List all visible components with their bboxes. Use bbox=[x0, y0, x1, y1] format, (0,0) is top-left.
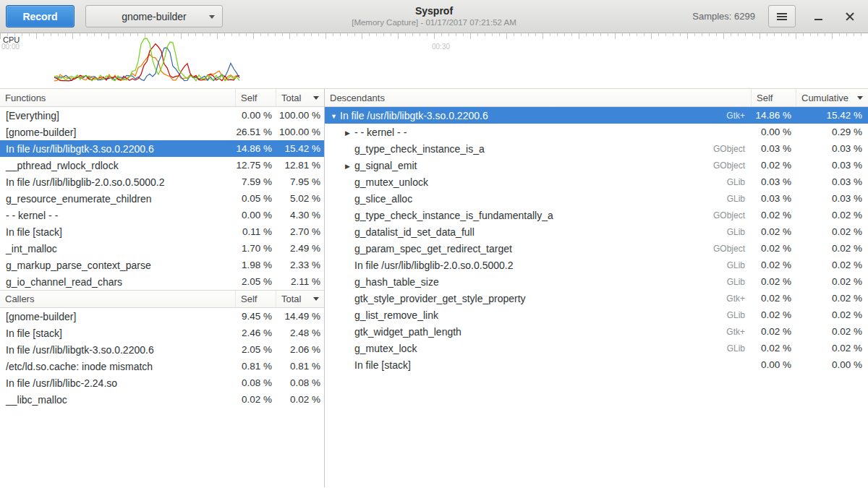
descendants-column-header[interactable]: Descendants bbox=[325, 89, 751, 106]
self-value-cell: 1.98 % bbox=[235, 260, 276, 270]
table-row[interactable]: In file /usr/lib/libglib-2.0.so.0.5000.2… bbox=[0, 174, 324, 190]
self-column-header[interactable]: Self bbox=[235, 89, 276, 106]
table-row[interactable]: In file /usr/lib/libglib-2.0.so.0.5000.2… bbox=[325, 257, 868, 273]
record-button[interactable]: Record bbox=[6, 5, 75, 27]
functions-column-header[interactable]: Functions bbox=[0, 89, 235, 106]
function-name-cell: In file /usr/lib/libglib-2.0.so.0.5000.2 bbox=[0, 176, 235, 188]
right-pane: Descendants Self Cumulative ▼In file /us… bbox=[325, 89, 868, 487]
function-name-cell: In file [stack] bbox=[325, 359, 700, 371]
table-row[interactable]: In file /usr/lib/libc-2.24.so0.08 %0.08 … bbox=[0, 374, 324, 391]
total-value-cell: 2.70 % bbox=[276, 226, 324, 237]
function-name-label: gtk_style_provider_get_style_property bbox=[354, 293, 526, 304]
table-row[interactable]: ▼In file /usr/lib/libgtk-3.so.0.2200.6Gt… bbox=[325, 107, 868, 124]
table-row[interactable]: gtk_style_provider_get_style_propertyGtk… bbox=[325, 290, 868, 307]
table-row[interactable]: In file [stack]2.46 %2.48 % bbox=[0, 325, 324, 341]
total-column-header[interactable]: Total bbox=[276, 291, 324, 307]
callers-table-header: Callers Self Total bbox=[0, 290, 324, 308]
process-selector-dropdown[interactable]: gnome-builder bbox=[85, 5, 223, 27]
table-row[interactable]: In file [stack]0.11 %2.70 % bbox=[0, 223, 324, 240]
function-name-label: In file /usr/lib/libgtk-3.so.0.2200.6 bbox=[340, 110, 488, 121]
self-value-cell: 0.05 % bbox=[235, 193, 276, 204]
total-column-header[interactable]: Total bbox=[276, 89, 324, 106]
table-row[interactable]: g_markup_parse_context_parse1.98 %2.33 % bbox=[0, 257, 324, 273]
library-category-label: GLib bbox=[700, 194, 751, 204]
self-value-cell: 0.02 % bbox=[751, 309, 796, 320]
table-row[interactable]: [gnome-builder]26.51 %100.00 % bbox=[0, 124, 324, 140]
self-column-header[interactable]: Self bbox=[751, 89, 796, 106]
function-name-label: g_hash_table_size bbox=[354, 276, 439, 288]
total-value-cell: 100.00 % bbox=[276, 127, 324, 137]
self-column-header[interactable]: Self bbox=[235, 291, 276, 307]
expander-collapsed-icon[interactable]: ▶ bbox=[345, 129, 354, 137]
table-row[interactable]: - - kernel - -0.00 %4.30 % bbox=[0, 207, 324, 223]
function-name-cell: g_mutex_lock bbox=[325, 343, 700, 354]
cumulative-value-cell: 0.02 % bbox=[796, 210, 868, 221]
table-row[interactable]: gtk_widget_path_lengthGtk+0.02 %0.02 % bbox=[325, 323, 868, 340]
sort-descending-icon bbox=[857, 96, 863, 100]
function-name-cell: In file /usr/lib/libglib-2.0.so.0.5000.2 bbox=[325, 260, 700, 271]
function-name-cell: g_io_channel_read_chars bbox=[0, 276, 235, 288]
self-value-cell: 0.02 % bbox=[751, 326, 796, 337]
function-name-label: g_signal_emit bbox=[354, 160, 417, 171]
self-value-cell: 0.03 % bbox=[751, 176, 796, 187]
table-row[interactable]: [gnome-builder]9.45 %14.49 % bbox=[0, 308, 324, 325]
total-value-cell: 2.11 % bbox=[276, 276, 324, 287]
table-row[interactable]: ▶g_signal_emitGObject0.02 %0.03 % bbox=[325, 157, 868, 174]
total-value-cell: 2.49 % bbox=[276, 243, 324, 254]
table-row[interactable]: g_list_remove_linkGLib0.02 %0.02 % bbox=[325, 307, 868, 323]
header-bar: Record gnome-builder Sysprof [Memory Cap… bbox=[0, 0, 868, 33]
function-name-cell: In file /usr/lib/libgtk-3.so.0.2200.6 bbox=[0, 344, 235, 356]
menu-button[interactable] bbox=[768, 5, 796, 27]
table-row[interactable]: [Everything]0.00 %100.00 % bbox=[0, 107, 324, 124]
self-value-cell: 0.02 % bbox=[751, 226, 796, 237]
expander-expanded-icon[interactable]: ▼ bbox=[331, 113, 340, 120]
close-button[interactable] bbox=[839, 5, 861, 27]
cumulative-value-cell: 0.02 % bbox=[796, 326, 868, 337]
table-row[interactable]: In file [stack]0.00 %0.00 % bbox=[325, 356, 868, 373]
table-row[interactable]: __libc_malloc0.02 %0.02 % bbox=[0, 391, 324, 408]
function-name-label: - - kernel - - bbox=[354, 127, 407, 138]
cumulative-column-header[interactable]: Cumulative bbox=[796, 89, 868, 106]
function-name-label: In file [stack] bbox=[354, 359, 411, 371]
self-value-cell: 0.03 % bbox=[751, 143, 796, 154]
cumulative-value-cell: 0.02 % bbox=[796, 309, 868, 320]
table-row[interactable]: __pthread_rwlock_rdlock12.75 %12.81 % bbox=[0, 157, 324, 174]
total-value-cell: 100.00 % bbox=[276, 110, 324, 121]
table-row[interactable]: In file /usr/lib/libgtk-3.so.0.2200.62.0… bbox=[0, 341, 324, 358]
total-value-cell: 0.08 % bbox=[276, 377, 324, 388]
table-row[interactable]: g_mutex_lockGLib0.02 %0.02 % bbox=[325, 340, 868, 356]
self-value-cell: 2.46 % bbox=[235, 328, 276, 338]
function-name-cell: g_resource_enumerate_children bbox=[0, 193, 235, 205]
expander-collapsed-icon[interactable]: ▶ bbox=[345, 163, 354, 170]
window-subtitle: [Memory Capture] - 01/17/2017 07:21:52 A… bbox=[145, 18, 723, 27]
table-row[interactable]: g_type_check_instance_is_aGObject0.03 %0… bbox=[325, 140, 868, 157]
table-row[interactable]: g_datalist_id_set_data_fullGLib0.02 %0.0… bbox=[325, 223, 868, 240]
table-row[interactable]: g_param_spec_get_redirect_targetGObject0… bbox=[325, 240, 868, 257]
library-category-label: GLib bbox=[700, 227, 751, 237]
table-row[interactable]: _int_malloc1.70 %2.49 % bbox=[0, 240, 324, 257]
table-row[interactable]: ▶- - kernel - -0.00 %0.29 % bbox=[325, 124, 868, 140]
cpu-line-red bbox=[54, 44, 239, 81]
minimize-button[interactable] bbox=[807, 5, 829, 27]
cumulative-value-cell: 0.03 % bbox=[796, 143, 868, 154]
close-icon bbox=[846, 12, 854, 21]
cpu-line-green bbox=[54, 38, 239, 81]
cpu-graph[interactable]: CPU 00:00 00:30 bbox=[0, 33, 868, 89]
self-value-cell: 0.02 % bbox=[235, 394, 276, 405]
table-row[interactable]: /etc/ld.so.cache: inode mismatch0.81 %0.… bbox=[0, 358, 324, 374]
self-value-cell: 0.02 % bbox=[751, 160, 796, 171]
function-name-cell: [gnome-builder] bbox=[0, 311, 235, 322]
function-name-cell: g_slice_alloc bbox=[325, 193, 700, 205]
callers-column-header[interactable]: Callers bbox=[0, 291, 235, 307]
table-row[interactable]: g_hash_table_sizeGLib0.02 %0.02 % bbox=[325, 273, 868, 290]
hamburger-icon bbox=[777, 16, 787, 17]
table-row[interactable]: In file /usr/lib/libgtk-3.so.0.2200.614.… bbox=[0, 140, 324, 157]
function-name-cell: ▶- - kernel - - bbox=[325, 127, 700, 138]
table-row[interactable]: g_resource_enumerate_children0.05 %5.02 … bbox=[0, 190, 324, 207]
table-row[interactable]: g_io_channel_read_chars2.05 %2.11 % bbox=[0, 273, 324, 290]
table-row[interactable]: g_type_check_instance_is_fundamentally_a… bbox=[325, 207, 868, 223]
self-value-cell: 0.02 % bbox=[751, 293, 796, 304]
table-row[interactable]: g_slice_allocGLib0.03 %0.03 % bbox=[325, 190, 868, 207]
library-category-label: Gtk+ bbox=[700, 111, 751, 121]
table-row[interactable]: g_mutex_unlockGLib0.03 %0.03 % bbox=[325, 174, 868, 190]
